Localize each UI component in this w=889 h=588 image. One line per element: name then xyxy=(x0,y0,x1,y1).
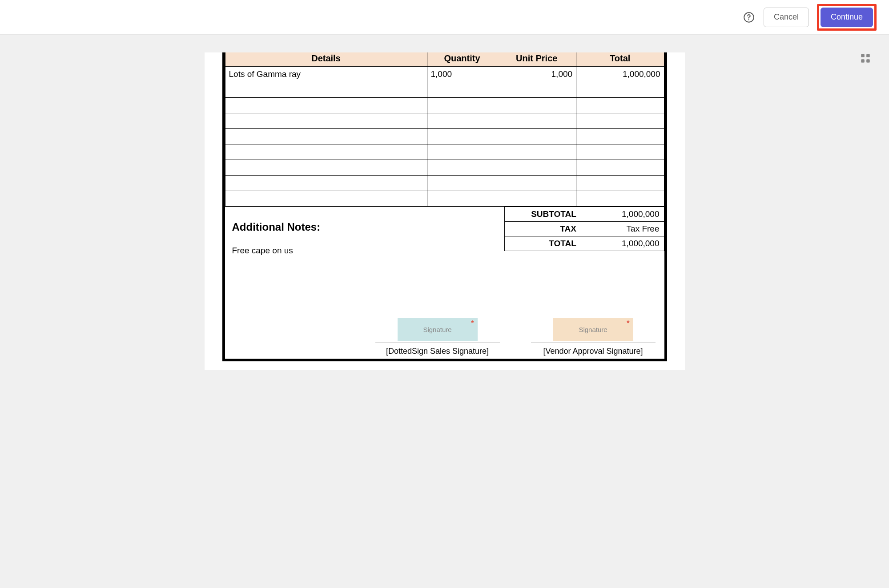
cell-total: 1,000,000 xyxy=(576,67,664,82)
subtotal-value: 1,000,000 xyxy=(581,207,664,222)
cell-qty xyxy=(427,191,497,207)
cancel-button[interactable]: Cancel xyxy=(764,8,809,27)
cell-total xyxy=(576,160,664,176)
vendor-signature-placeholder: Signature xyxy=(579,326,607,333)
cell-details xyxy=(225,82,427,98)
totals-table: SUBTOTAL 1,000,000 TAX Tax Free TOTAL 1,… xyxy=(504,207,664,251)
table-row xyxy=(225,113,664,129)
notes-heading: Additional Notes: xyxy=(232,221,497,233)
cell-price xyxy=(497,191,576,207)
cell-details xyxy=(225,160,427,176)
cell-price xyxy=(497,129,576,144)
cell-price xyxy=(497,98,576,113)
cell-total xyxy=(576,144,664,160)
required-asterisk-icon: * xyxy=(627,320,629,328)
top-bar: Cancel Continue xyxy=(0,0,889,35)
sales-signature-placeholder: Signature xyxy=(423,326,451,333)
cell-qty xyxy=(427,82,497,98)
workspace: Details Quantity Unit Price Total Lots o… xyxy=(0,35,889,588)
cell-details xyxy=(225,144,427,160)
cell-total xyxy=(576,129,664,144)
continue-highlight: Continue xyxy=(817,4,877,31)
total-row: TOTAL 1,000,000 xyxy=(504,236,664,251)
continue-button[interactable]: Continue xyxy=(821,8,873,27)
cell-details xyxy=(225,176,427,191)
table-row xyxy=(225,176,664,191)
totals-column: SUBTOTAL 1,000,000 TAX Tax Free TOTAL 1,… xyxy=(504,207,664,256)
cell-total xyxy=(576,176,664,191)
cell-qty xyxy=(427,160,497,176)
cell-price: 1,000 xyxy=(497,67,576,82)
notes-column: Additional Notes: Free cape on us xyxy=(225,207,504,256)
table-row xyxy=(225,160,664,176)
cell-price xyxy=(497,176,576,191)
sales-signature-caption: [DottedSign Sales Signature] xyxy=(375,343,500,356)
cell-details xyxy=(225,129,427,144)
svg-rect-4 xyxy=(861,59,865,63)
tax-label: TAX xyxy=(504,222,581,236)
header-details: Details xyxy=(225,52,427,67)
vendor-signature-caption: [Vendor Approval Signature] xyxy=(531,343,656,356)
required-asterisk-icon: * xyxy=(471,320,474,328)
grid-view-icon[interactable] xyxy=(860,52,871,64)
cell-total xyxy=(576,82,664,98)
signatures-row: Signature * [DottedSign Sales Signature]… xyxy=(225,318,664,356)
cell-details: Lots of Gamma ray xyxy=(225,67,427,82)
subtotal-label: SUBTOTAL xyxy=(504,207,581,222)
header-unit-price: Unit Price xyxy=(497,52,576,67)
items-table: Details Quantity Unit Price Total Lots o… xyxy=(225,52,664,207)
document-page[interactable]: Details Quantity Unit Price Total Lots o… xyxy=(205,52,685,370)
cell-details xyxy=(225,191,427,207)
svg-rect-2 xyxy=(861,54,865,57)
document-border: Details Quantity Unit Price Total Lots o… xyxy=(222,52,667,361)
tax-row: TAX Tax Free xyxy=(504,222,664,236)
cell-total xyxy=(576,113,664,129)
table-row xyxy=(225,144,664,160)
sales-signature-field[interactable]: Signature * xyxy=(398,318,478,341)
tax-value: Tax Free xyxy=(581,222,664,236)
cell-qty xyxy=(427,113,497,129)
cell-total xyxy=(576,191,664,207)
help-icon[interactable] xyxy=(742,11,756,24)
table-row xyxy=(225,191,664,207)
vendor-signature-field[interactable]: Signature * xyxy=(553,318,633,341)
table-row: Lots of Gamma ray1,0001,0001,000,000 xyxy=(225,67,664,82)
header-total: Total xyxy=(576,52,664,67)
svg-point-1 xyxy=(748,19,749,20)
cell-qty xyxy=(427,144,497,160)
table-row xyxy=(225,129,664,144)
cell-price xyxy=(497,82,576,98)
table-row xyxy=(225,82,664,98)
cell-qty: 1,000 xyxy=(427,67,497,82)
items-header-row: Details Quantity Unit Price Total xyxy=(225,52,664,67)
notes-body: Free cape on us xyxy=(232,246,497,256)
cell-qty xyxy=(427,176,497,191)
total-label: TOTAL xyxy=(504,236,581,251)
sales-signature-block: Signature * [DottedSign Sales Signature] xyxy=(375,318,500,356)
svg-rect-5 xyxy=(866,59,870,63)
cell-price xyxy=(497,113,576,129)
cell-price xyxy=(497,144,576,160)
total-value: 1,000,000 xyxy=(581,236,664,251)
cell-total xyxy=(576,98,664,113)
cell-details xyxy=(225,98,427,113)
subtotal-row: SUBTOTAL 1,000,000 xyxy=(504,207,664,222)
below-table: Additional Notes: Free cape on us SUBTOT… xyxy=(225,207,664,256)
svg-rect-3 xyxy=(866,54,870,57)
cell-qty xyxy=(427,129,497,144)
vendor-signature-block: Signature * [Vendor Approval Signature] xyxy=(531,318,656,356)
cell-details xyxy=(225,113,427,129)
header-quantity: Quantity xyxy=(427,52,497,67)
cell-qty xyxy=(427,98,497,113)
table-row xyxy=(225,98,664,113)
cell-price xyxy=(497,160,576,176)
